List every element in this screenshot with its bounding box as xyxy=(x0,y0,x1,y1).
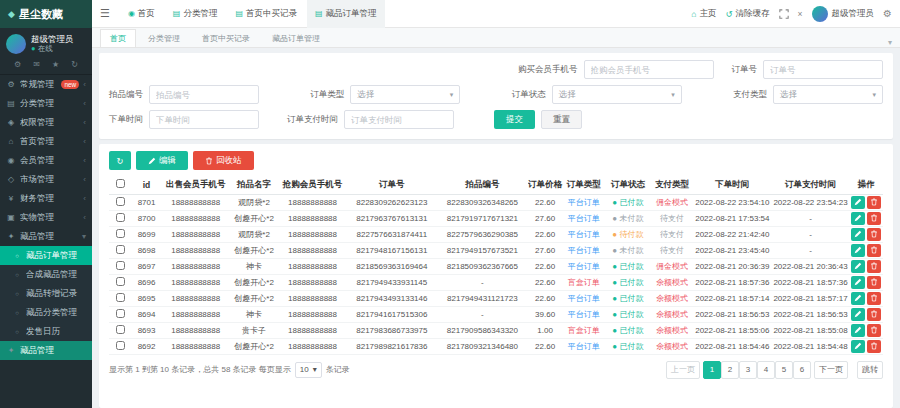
next-page-button[interactable]: 下一页 xyxy=(814,361,848,379)
sidebar-item[interactable]: ▣实物管理‹ xyxy=(0,208,92,227)
row-checkbox[interactable] xyxy=(116,261,125,270)
app-logo[interactable]: ◆ 星尘数藏 xyxy=(0,0,92,28)
sidebar-item[interactable]: ▤分类管理‹ xyxy=(0,94,92,113)
sidebar-item[interactable]: ◈权限管理‹ xyxy=(0,113,92,132)
page-button[interactable]: 2 xyxy=(721,361,739,379)
cell-create-time: 2022-08-21 18:56:53 xyxy=(693,306,771,322)
row-edit-button[interactable] xyxy=(851,196,865,209)
row-edit-button[interactable] xyxy=(851,260,865,273)
tab-icon: ▤ xyxy=(315,9,323,18)
navbar-tab[interactable]: ▤分类管理 xyxy=(165,0,226,28)
column-header: 订单价格 xyxy=(528,176,563,194)
refresh-button[interactable]: ↻ xyxy=(109,151,131,170)
page-button[interactable]: 3 xyxy=(739,361,757,379)
pay-type-select[interactable]: 选择▾ xyxy=(773,85,883,104)
item-no-input[interactable] xyxy=(149,85,259,104)
sidebar-item[interactable]: ○合成藏品管理 xyxy=(0,265,92,284)
open-tab-chip[interactable]: 藏品订单管理 xyxy=(262,29,330,47)
navbar-tab[interactable]: ▤藏品订单管理 xyxy=(307,0,385,28)
page-button[interactable]: 4 xyxy=(757,361,775,379)
navbar-tab[interactable]: ▤首页中买记录 xyxy=(227,0,305,28)
tabs-overflow-icon[interactable]: ▾ xyxy=(888,38,892,47)
row-checkbox[interactable] xyxy=(116,213,125,222)
row-delete-button[interactable] xyxy=(867,340,881,353)
row-checkbox[interactable] xyxy=(116,325,125,334)
edit-button[interactable]: 编辑 xyxy=(136,151,188,170)
mail-icon[interactable]: ✉ xyxy=(33,60,40,69)
buy-phone-input[interactable] xyxy=(584,60,714,79)
row-edit-button[interactable] xyxy=(851,276,865,289)
cell-order-no: 8217989821617836 xyxy=(347,338,438,354)
page-button[interactable]: 1 xyxy=(703,361,721,379)
column-header: 出售会员手机号 xyxy=(162,176,230,194)
open-tab-chip[interactable]: 首页中买记录 xyxy=(192,29,260,47)
row-checkbox[interactable] xyxy=(116,293,125,302)
row-delete-button[interactable] xyxy=(867,260,881,273)
row-delete-button[interactable] xyxy=(867,292,881,305)
row-delete-button[interactable] xyxy=(867,324,881,337)
row-checkbox[interactable] xyxy=(116,197,125,206)
sidebar-item-active[interactable]: ○藏品订单管理 xyxy=(0,246,92,265)
fullscreen-icon[interactable] xyxy=(779,9,789,19)
sidebar-item[interactable]: ¥财务管理‹ xyxy=(0,189,92,208)
pay-time-input[interactable] xyxy=(344,110,454,129)
navbar-tab[interactable]: ◉首页 xyxy=(120,0,163,28)
order-no-input[interactable] xyxy=(763,60,883,79)
home-link[interactable]: ⌂主页 xyxy=(691,8,716,20)
recycle-button[interactable]: 回收站 xyxy=(193,151,254,170)
page-size-select[interactable]: 10▾ xyxy=(295,362,322,378)
row-checkbox[interactable] xyxy=(116,229,125,238)
menu-toggle-icon[interactable]: ☰ xyxy=(100,7,110,20)
sidebar-item[interactable]: ⚙常规管理new‹ xyxy=(0,75,92,94)
row-edit-button[interactable] xyxy=(851,228,865,241)
create-time-input[interactable] xyxy=(149,110,259,129)
row-checkbox[interactable] xyxy=(116,277,125,286)
sidebar-item[interactable]: ✦藏品管理▾ xyxy=(0,227,92,246)
row-checkbox[interactable] xyxy=(116,245,125,254)
refresh-icon[interactable]: ↻ xyxy=(71,60,78,69)
row-delete-button[interactable] xyxy=(867,244,881,257)
page-button[interactable]: 5 xyxy=(775,361,793,379)
order-type-badge: 平台订单 xyxy=(568,294,600,303)
sidebar-item[interactable]: ✦藏品管理 xyxy=(0,341,92,360)
close-icon[interactable]: × xyxy=(798,9,803,19)
sidebar-item[interactable]: ◉会员管理‹ xyxy=(0,151,92,170)
open-tab-chip[interactable]: 首页 xyxy=(100,29,136,47)
sidebar-item[interactable]: ◇市场管理‹ xyxy=(0,170,92,189)
sidebar-item-label: 藏品订单管理 xyxy=(26,250,86,262)
table-row: 869218888888888创趣开心*21888888888882179898… xyxy=(109,338,883,354)
reset-button[interactable]: 重置 xyxy=(541,110,582,129)
prev-page-button[interactable]: 上一页 xyxy=(666,361,700,379)
order-type-select[interactable]: 选择▾ xyxy=(350,85,460,104)
sidebar-item[interactable]: ○藏品转增记录 xyxy=(0,284,92,303)
settings-icon[interactable]: ⚙ xyxy=(14,60,21,69)
open-tab-chip[interactable]: 分类管理 xyxy=(138,29,190,47)
row-delete-button[interactable] xyxy=(867,196,881,209)
submit-button[interactable]: 提交 xyxy=(494,110,535,129)
sidebar-item[interactable]: ○发售日历 xyxy=(0,322,92,341)
row-delete-button[interactable] xyxy=(867,212,881,225)
row-delete-button[interactable] xyxy=(867,276,881,289)
filter-row-1: 购买会员手机号 订单号 xyxy=(109,60,883,79)
row-delete-button[interactable] xyxy=(867,228,881,241)
row-checkbox[interactable] xyxy=(116,309,125,318)
row-edit-button[interactable] xyxy=(851,244,865,257)
order-status-select[interactable]: 选择▾ xyxy=(552,85,682,104)
row-edit-button[interactable] xyxy=(851,212,865,225)
sidebar-item[interactable]: ○藏品分类管理 xyxy=(0,303,92,322)
row-delete-button[interactable] xyxy=(867,308,881,321)
jump-button[interactable]: 跳转 xyxy=(857,361,883,379)
row-edit-button[interactable] xyxy=(851,308,865,321)
clear-cache-link[interactable]: ↺清除缓存 xyxy=(725,8,769,20)
row-edit-button[interactable] xyxy=(851,324,865,337)
row-checkbox[interactable] xyxy=(116,341,125,350)
select-all-checkbox[interactable] xyxy=(116,179,125,188)
row-edit-button[interactable] xyxy=(851,292,865,305)
page-button[interactable]: 6 xyxy=(793,361,811,379)
sidebar-item[interactable]: ⌂首页管理‹ xyxy=(0,132,92,151)
row-edit-button[interactable] xyxy=(851,340,865,353)
star-icon[interactable]: ★ xyxy=(52,60,59,69)
navbar-user[interactable]: 超级管理员 xyxy=(812,6,875,22)
settings-gear-icon[interactable]: ⚙ xyxy=(883,8,892,19)
cell-pay-type: 待支付 xyxy=(651,210,694,226)
